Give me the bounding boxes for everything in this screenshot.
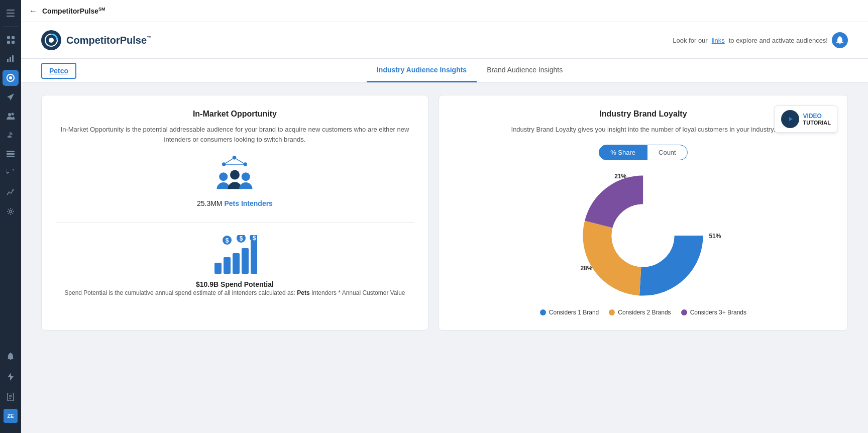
donut-center [612,204,675,267]
legend-item-2brands: Considers 2 Brands [609,309,671,316]
intenders-link[interactable]: Pets Intenders [224,199,272,207]
sidebar-icon-send[interactable] [3,89,19,105]
inmarket-title: In-Market Opportunity [56,110,414,119]
toggle-row: % Share Count [453,145,833,160]
svg-rect-41 [233,253,240,274]
logo-container: CompetitorPulse™ [41,30,152,50]
spend-item: $ $ $ [56,235,414,297]
svg-point-25 [49,38,54,43]
svg-rect-40 [224,257,231,274]
notification-bell[interactable] [832,32,848,48]
tab-industry-audience[interactable]: Industry Audience Insights [367,59,477,82]
svg-text:$: $ [253,235,256,242]
intenders-item: 25.3MM Pets Intenders [56,154,414,207]
sidebar-icon-table[interactable] [3,146,19,162]
svg-rect-16 [7,156,15,157]
tabs-group: Industry Audience Insights Brand Audienc… [367,59,573,82]
svg-line-30 [235,158,246,164]
tab-brand-audience[interactable]: Brand Audience Insights [477,59,573,82]
sidebar-icon-active[interactable] [3,70,19,86]
inmarket-desc: In-Market Opportunity is the potential a… [56,125,414,144]
donut-chart: 51% 28% 21% [578,170,708,301]
people-icon [212,154,257,194]
sidebar-icon-bell[interactable] [3,349,19,365]
spend-label: $10.9B Spend Potential [196,280,274,288]
svg-point-34 [242,172,250,181]
sidebar-icon-refresh[interactable] [3,165,19,181]
sidebar-icon-analytics[interactable] [3,51,19,67]
sidebar-icon-users[interactable] [3,108,19,124]
legend-item-3brands: Considers 3+ Brands [681,309,746,316]
brand-selector[interactable]: Petco [41,63,76,79]
svg-point-11 [9,76,12,79]
svg-point-17 [13,189,14,191]
legend-dot-orange [609,309,615,315]
toggle-share-button[interactable]: % Share [599,145,647,160]
svg-marker-19 [8,373,14,381]
svg-text:$: $ [240,235,243,242]
video-play-icon [781,110,799,128]
legend-item-1brand: Considers 1 Brand [540,309,599,316]
sidebar: ZE [0,0,21,433]
svg-rect-42 [242,248,249,274]
svg-rect-7 [7,59,9,62]
svg-rect-5 [7,41,10,44]
sidebar-icon-lightning[interactable] [3,369,19,385]
user-avatar[interactable]: ZE [4,409,18,423]
logo-text: CompetitorPulse™ [66,35,152,46]
logo-icon [41,30,61,50]
sidebar-icon-chart-line[interactable] [3,184,19,200]
legend-dot-blue [540,309,546,315]
svg-rect-15 [7,153,15,155]
money-icon: $ $ $ [212,235,257,275]
svg-point-32 [220,172,228,181]
svg-point-13 [12,113,14,116]
sidebar-menu-icon[interactable] [3,5,19,21]
svg-text:$: $ [226,237,229,244]
inmarket-card: In-Market Opportunity In-Market Opportun… [41,95,428,331]
video-tutorial-button[interactable]: VIDEO TUTORIAL [775,105,837,133]
spend-desc: Spend Potential is the cumulative annual… [64,288,405,297]
svg-point-33 [230,170,240,179]
header-links-link[interactable]: links [712,37,725,44]
app-header: CompetitorPulse™ Look for our links to e… [21,22,868,59]
legend-label-3brands: Considers 3+ Brands [690,309,746,316]
svg-rect-0 [7,10,15,11]
pct-28-label: 28% [580,265,592,272]
svg-point-12 [8,113,11,116]
svg-rect-3 [7,36,10,39]
legend-dot-purple [681,309,687,315]
pct-21-label: 21% [614,173,626,180]
svg-rect-9 [12,55,14,62]
top-bar: ← CompetitorPulseSM [21,0,868,22]
main-container: ← CompetitorPulseSM CompetitorPulse™ [21,0,868,433]
legend-label-2brands: Considers 2 Brands [618,309,671,316]
svg-rect-1 [7,13,15,14]
video-tutorial-text: VIDEO TUTORIAL [803,113,831,126]
svg-point-18 [10,210,12,213]
svg-line-29 [224,158,235,164]
legend-label-1brand: Considers 1 Brand [549,309,599,316]
svg-rect-39 [214,263,222,274]
svg-rect-4 [12,36,15,39]
pct-51-label: 51% [709,233,721,240]
sidebar-icon-doc[interactable] [3,389,19,405]
back-button[interactable]: ← [29,7,37,16]
donut-chart-container: 51% 28% 21% Considers 1 Brand [453,170,833,316]
svg-rect-43 [251,240,257,274]
page-content: In-Market Opportunity In-Market Opportun… [21,83,868,343]
intenders-label: 25.3MM Pets Intenders [197,199,273,207]
chart-legend: Considers 1 Brand Considers 2 Brands Con… [540,309,746,316]
cards-row: In-Market Opportunity In-Market Opportun… [41,95,848,331]
svg-rect-2 [7,16,15,17]
header-right: Look for our links to explore and activa… [673,32,848,48]
sidebar-icon-puzzle[interactable] [3,127,19,143]
sidebar-icon-settings[interactable] [3,203,19,220]
sidebar-icon-grid[interactable] [3,32,19,48]
svg-rect-14 [7,151,15,152]
svg-rect-6 [12,41,15,44]
toggle-count-button[interactable]: Count [647,145,688,160]
brand-loyalty-card: Industry Brand Loyalty Industry Brand Lo… [439,95,848,331]
tabs-container: Petco Industry Audience Insights Brand A… [21,59,868,83]
content-area: CompetitorPulse™ Look for our links to e… [21,22,868,433]
